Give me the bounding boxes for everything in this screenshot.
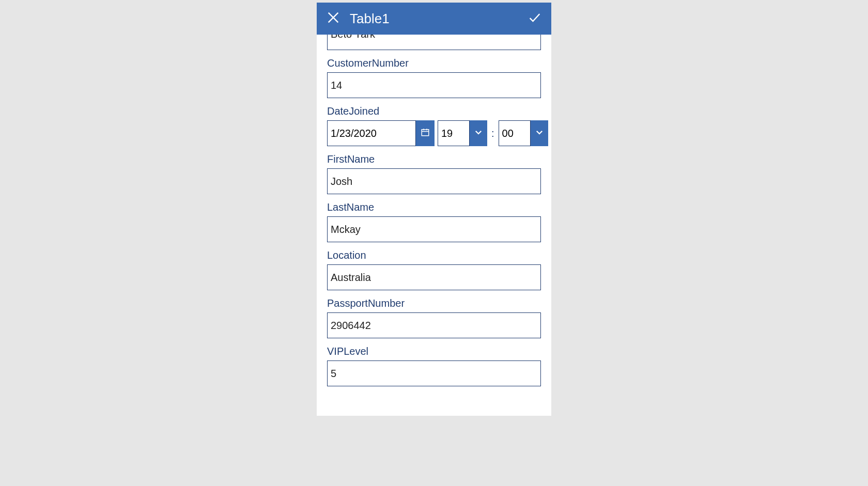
clipped-field-value: Beto Yark — [331, 35, 375, 41]
minute-dropdown-button[interactable] — [531, 120, 548, 146]
chevron-down-icon — [474, 128, 483, 139]
minute-segment: 00 — [499, 120, 548, 146]
time-colon: : — [490, 128, 495, 139]
first-name-input[interactable] — [327, 168, 541, 194]
date-joined-label: DateJoined — [327, 105, 541, 117]
date-joined-row: 1/23/2020 19 : — [327, 120, 541, 146]
clipped-field-input[interactable]: Beto Yark — [327, 35, 541, 50]
chevron-down-icon — [535, 128, 544, 139]
header-left: Table1 — [326, 10, 390, 27]
edit-form: Table1 Beto Yark CustomerNumber DateJoin… — [317, 3, 551, 416]
field-date-joined: DateJoined 1/23/2020 19 — [327, 105, 541, 146]
date-joined-minute[interactable]: 00 — [499, 120, 531, 146]
customer-number-label: CustomerNumber — [327, 57, 541, 69]
date-joined-hour[interactable]: 19 — [438, 120, 470, 146]
customer-number-input[interactable] — [327, 72, 541, 98]
location-input[interactable] — [327, 264, 541, 290]
field-last-name: LastName — [327, 201, 541, 242]
passport-number-label: PassportNumber — [327, 297, 541, 309]
last-name-input[interactable] — [327, 216, 541, 242]
calendar-button[interactable] — [416, 120, 435, 146]
form-body[interactable]: Beto Yark CustomerNumber DateJoined 1/23… — [317, 35, 551, 416]
field-passport-number: PassportNumber — [327, 297, 541, 338]
close-icon[interactable] — [326, 10, 340, 27]
field-location: Location — [327, 249, 541, 290]
vip-level-input[interactable] — [327, 360, 541, 386]
first-name-label: FirstName — [327, 153, 541, 165]
field-first-name: FirstName — [327, 153, 541, 194]
svg-rect-2 — [422, 130, 429, 136]
hour-segment: 19 — [438, 120, 487, 146]
hour-dropdown-button[interactable] — [470, 120, 487, 146]
field-customer-number: CustomerNumber — [327, 57, 541, 98]
form-header: Table1 — [317, 3, 551, 35]
location-label: Location — [327, 249, 541, 261]
passport-number-input[interactable] — [327, 312, 541, 338]
form-title: Table1 — [350, 11, 390, 27]
vip-level-label: VIPLevel — [327, 346, 541, 357]
calendar-icon — [421, 128, 430, 139]
last-name-label: LastName — [327, 201, 541, 213]
field-vip-level: VIPLevel — [327, 346, 541, 386]
date-joined-date[interactable]: 1/23/2020 — [327, 120, 416, 146]
check-icon[interactable] — [528, 10, 542, 27]
date-segment: 1/23/2020 — [327, 120, 435, 146]
